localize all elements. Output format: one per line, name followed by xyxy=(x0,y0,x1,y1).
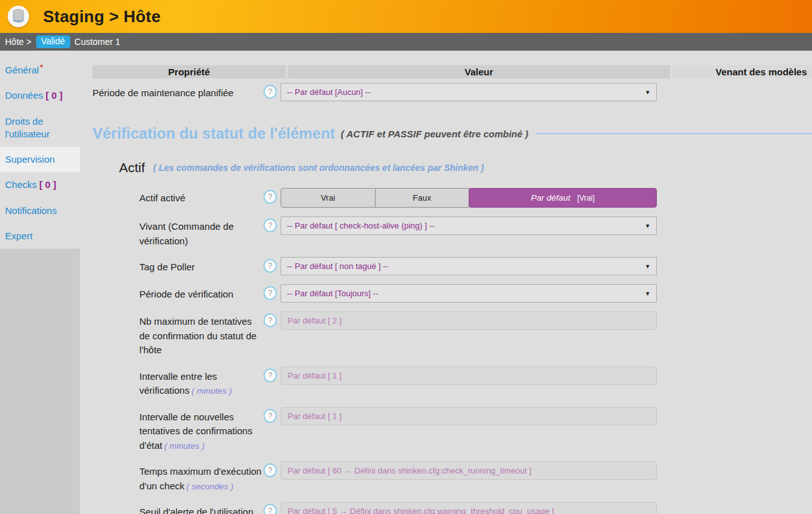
page-title: Staging > Hôte xyxy=(43,7,161,27)
help-icon[interactable]: ? xyxy=(263,286,277,300)
maintenance-period-select[interactable]: -- Par défaut [Aucun] -- ▼ xyxy=(281,83,657,101)
help-icon[interactable]: ? xyxy=(263,504,277,514)
column-header-value: Valeur xyxy=(288,65,670,78)
selected-value: -- Par défaut [Aucun] -- xyxy=(287,87,371,97)
field-label: Seuil d'alerte de l'utilisation CPU xyxy=(139,506,253,514)
sidebar-item-supervision[interactable]: Supervision xyxy=(0,147,80,172)
database-icon xyxy=(8,6,29,27)
required-marker: * xyxy=(40,63,42,71)
help-icon[interactable]: ? xyxy=(263,259,277,273)
active-enabled-toggle: Vrai Faux Par défaut [Vrai] xyxy=(281,188,657,208)
section-note: ( ACTIF et PASSIF peuvent être combiné ) xyxy=(341,128,528,139)
column-header-templates: Venant des modèles xyxy=(672,65,812,78)
section-title: Vérification du statut de l'élément xyxy=(92,125,335,142)
alive-command-select[interactable]: -- Par défaut [ check-host-alive (ping) … xyxy=(281,216,657,235)
row-max-check-attempts: Nb maximum de tentatives de confirmation… xyxy=(92,311,812,358)
breadcrumb: Hôte > Validé Customer 1 xyxy=(0,33,812,51)
field-label: Tag de Poller xyxy=(139,261,195,272)
chevron-down-icon: ▼ xyxy=(645,263,650,270)
field-unit: ( secondes ) xyxy=(186,482,233,491)
subsection-active: Actif ( Les commandes de vérifications s… xyxy=(119,160,812,175)
row-check-interval: Intervalle entre les vérifications( minu… xyxy=(92,367,812,398)
field-unit: ( minutes ) xyxy=(191,386,232,396)
subsection-note: ( Les commandes de vérifications sont or… xyxy=(153,163,484,173)
chevron-down-icon: ▼ xyxy=(645,89,650,96)
row-cpu-warning-threshold: Seuil d'alerte de l'utilisation CPU( sec… xyxy=(92,502,812,514)
subsection-title: Actif xyxy=(119,160,145,175)
retry-interval-input[interactable] xyxy=(281,407,657,425)
selected-value: -- Par défaut [ non tagué ] -- xyxy=(287,261,388,271)
sidebar-filler xyxy=(0,249,80,514)
field-label: Période de maintenance planifiée xyxy=(92,87,234,98)
help-icon[interactable]: ? xyxy=(263,218,277,232)
field-unit: ( minutes ) xyxy=(164,441,205,451)
field-label: Vivant (Commande de vérification) xyxy=(139,221,234,246)
main-content: Propriété Valeur Venant des modèles Péri… xyxy=(80,51,812,514)
field-label: Nb maximum de tentatives de confirmation… xyxy=(139,316,257,355)
option-default-button[interactable]: Par défaut [Vrai] xyxy=(469,188,657,208)
table-header: Propriété Valeur Venant des modèles xyxy=(92,65,812,78)
row-check-period: Période de vérification ? -- Par défaut … xyxy=(92,284,812,303)
cpu-warning-threshold-input[interactable] xyxy=(281,502,657,514)
sidebar-item-expert[interactable]: Expert xyxy=(0,223,80,249)
chevron-down-icon: ▼ xyxy=(645,223,650,229)
sidebar-item-donnees[interactable]: Données[ 0 ] xyxy=(0,83,80,108)
option-false-button[interactable]: Faux xyxy=(375,188,470,208)
count-badge: [ 0 ] xyxy=(39,179,56,190)
breadcrumb-root[interactable]: Hôte > xyxy=(5,37,32,47)
sidebar-item-general[interactable]: Général* xyxy=(0,56,80,83)
selected-value: -- Par défaut [Toujours] -- xyxy=(287,289,379,298)
divider xyxy=(536,133,812,134)
sidebar-item-checks[interactable]: Checks[ 0 ] xyxy=(0,172,80,197)
sidebar: Général* Données[ 0 ] Droits de l'utilis… xyxy=(0,51,80,514)
app-header: Staging > Hôte xyxy=(0,0,812,33)
selected-value: -- Par défaut [ check-host-alive (ping) … xyxy=(287,221,435,230)
status-badge: Validé xyxy=(36,35,70,48)
row-poller-tag: Tag de Poller ? -- Par défaut [ non tagu… xyxy=(92,257,812,275)
breadcrumb-item: Customer 1 xyxy=(75,37,120,47)
check-period-select[interactable]: -- Par défaut [Toujours] -- ▼ xyxy=(281,284,657,303)
field-label: Actif activé xyxy=(139,192,186,203)
poller-tag-select[interactable]: -- Par défaut [ non tagué ] -- ▼ xyxy=(281,257,657,275)
row-maintenance-period: Période de maintenance planifiée ? -- Pa… xyxy=(92,83,812,101)
help-icon[interactable]: ? xyxy=(263,85,277,99)
count-badge: [ 0 ] xyxy=(46,90,63,101)
help-icon[interactable]: ? xyxy=(263,190,277,204)
help-icon[interactable]: ? xyxy=(263,463,277,477)
chevron-down-icon: ▼ xyxy=(645,291,650,297)
sidebar-item-droits-utilisateur[interactable]: Droits de l'utilisateur xyxy=(0,109,80,147)
row-check-timeout: Temps maximum d'exécution d'un check( se… xyxy=(92,461,812,493)
row-alive-command: Vivant (Commande de vérification) ? -- P… xyxy=(92,216,812,248)
check-interval-input[interactable] xyxy=(281,367,657,385)
help-icon[interactable]: ? xyxy=(263,409,277,423)
column-header-property: Propriété xyxy=(92,65,286,78)
row-active-enabled: Actif activé ? Vrai Faux Par défaut [Vra… xyxy=(92,188,812,208)
sidebar-item-notifications[interactable]: Notifications xyxy=(0,198,80,223)
field-label: Période de vérification xyxy=(139,289,233,299)
max-check-attempts-input[interactable] xyxy=(281,311,657,330)
row-retry-interval: Intervalle de nouvelles tentatives de co… xyxy=(92,407,812,453)
help-icon[interactable]: ? xyxy=(263,313,277,327)
check-timeout-input[interactable] xyxy=(281,461,657,480)
section-status-check: Vérification du statut de l'élément ( AC… xyxy=(92,125,812,142)
option-true-button[interactable]: Vrai xyxy=(281,188,376,208)
help-icon[interactable]: ? xyxy=(263,368,277,382)
